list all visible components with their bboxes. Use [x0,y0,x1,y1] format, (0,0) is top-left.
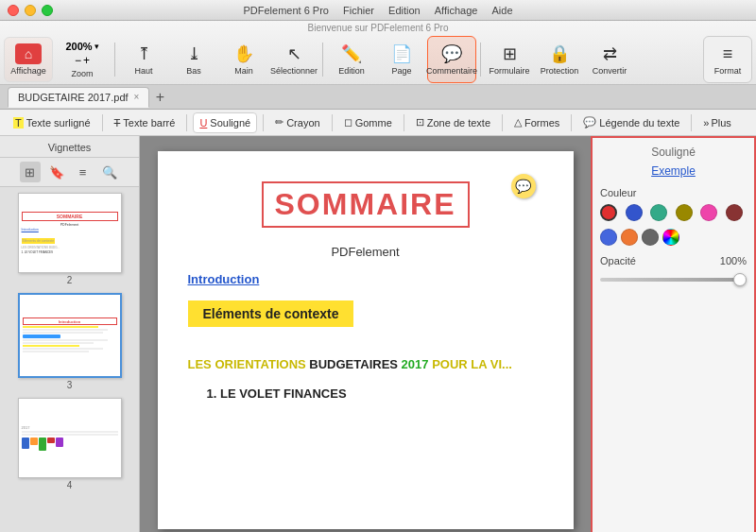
volet-finances-text: 1. LE VOLET FINANCES [207,386,347,401]
formes-button[interactable]: △ Formes [508,112,565,133]
page-3-label: 3 [67,380,73,390]
opacity-value: 100% [720,255,747,266]
commentaire-label: Commentaire [426,66,477,76]
main-button[interactable]: ✋ Main [219,36,268,83]
color-blue[interactable] [626,204,643,221]
legende-label: Légende du texte [599,117,679,129]
zone-texte-label: Zone de texte [427,117,490,129]
format-icon: ≡ [723,44,733,64]
ann-sep-4 [332,114,333,131]
orientations-text: LES ORIENTATIONS BUDGETAIRES 2017 POUR L… [188,357,543,371]
zoom-button[interactable]: 200% ▾ − + Zoom [54,37,111,82]
legende-button[interactable]: 💬 Légende du texte [577,112,685,133]
protection-icon: 🔒 [549,43,570,64]
thumb-view-button[interactable]: ⊞ [20,162,41,182]
chat-bubble[interactable]: 💬 [511,174,536,198]
ann-sep-5 [404,114,404,131]
minimize-button[interactable] [25,5,36,16]
menu-fichier[interactable]: Fichier [337,5,380,16]
thumb-page-3[interactable]: Introduction 3 [18,293,122,390]
selectionner-icon: ↖ [287,43,301,64]
bas-button[interactable]: ⤓ Bas [169,36,218,83]
commentaire-button[interactable]: 💬 Commentaire [427,36,476,83]
separator-2 [322,43,323,77]
elements-contexte-text: Eléments de contexte [188,300,354,327]
commentaire-icon: 💬 [441,43,462,64]
zoom-plus[interactable]: + [83,54,90,67]
page-button[interactable]: 📄 Page [377,36,426,83]
texte-surligne-label: Texte surligné [26,117,91,129]
convertir-label: Convertir [593,66,627,76]
crayon-button[interactable]: ✏ Crayon [269,112,325,133]
sidebar: Vignettes ⊞ 🔖 ≡ 🔍 SOMMAIRE PDFelement In… [0,136,140,532]
menu-affichage[interactable]: Affichage [429,5,484,16]
maximize-button[interactable] [42,5,53,16]
color-teal[interactable] [650,204,667,221]
separator-1 [114,43,115,77]
zoom-value: 200% [65,41,92,52]
selectionner-button[interactable]: ↖ Sélectionner [269,36,318,83]
souligne-button[interactable]: U Souligné [193,112,257,133]
menu-edition[interactable]: Edition [383,5,426,16]
tab-bar: BUDGETAIRE 2017.pdf × + [0,85,756,110]
welcome-text: Bienvenue sur PDFelement 6 Pro [0,21,756,35]
slider-track [600,278,747,282]
sommaire-box: SOMMAIRE [262,181,470,228]
opacity-slider[interactable] [600,272,747,287]
color-pink[interactable] [700,204,717,221]
color-orange[interactable] [621,229,638,246]
color-blue2[interactable] [600,229,617,246]
color-gray[interactable] [642,229,659,246]
introduction-text[interactable]: Introduction [188,272,260,286]
slider-thumb [733,273,747,286]
bookmark-view-button[interactable]: 🔖 [46,162,67,182]
page-icon: 📄 [391,43,412,64]
format-button[interactable]: ≡ Format [703,36,752,83]
pdf-page: 💬 SOMMAIRE PDFelement Introduction Eléme… [158,151,574,529]
affichage-label: Affichage [10,66,45,76]
menu-app[interactable]: PDFelement 6 Pro [237,5,334,16]
protection-button[interactable]: 🔒 Protection [535,36,584,83]
color-rainbow[interactable] [662,229,679,246]
thumb-page-2[interactable]: SOMMAIRE PDFelement Introduction Elément… [18,193,122,285]
zone-texte-button[interactable]: ⊡ Zone de texte [410,112,496,133]
formulaire-button[interactable]: ⊞ Formulaire [485,36,534,83]
color-red[interactable] [600,204,617,221]
gomme-button[interactable]: ◻ Gomme [338,112,398,133]
pdf-tab[interactable]: BUDGETAIRE 2017.pdf × [8,87,149,108]
texte-barre-button[interactable]: T Texte barré [109,112,181,133]
pdfelement-text: PDFelement [188,245,543,259]
texte-surligne-icon: T [13,117,24,129]
example-text[interactable]: Exemple [600,164,747,178]
zoom-minus[interactable]: − [75,54,81,67]
thumb-page-4[interactable]: 2017 4 [18,398,122,490]
zoom-dropdown[interactable]: ▾ [94,42,99,51]
opacity-row: Opacité 100% [600,255,747,266]
tab-close-button[interactable]: × [134,92,140,102]
couleur-label: Couleur [600,187,747,198]
gomme-icon: ◻ [344,116,352,129]
new-tab-button[interactable]: + [151,89,168,106]
souligne-label: Souligné [210,117,250,129]
separator-3 [480,43,481,77]
zone-texte-icon: ⊡ [416,116,424,129]
right-panel: Souligné Exemple Couleur Opacité 100% [591,136,756,532]
ann-sep-7 [571,114,572,131]
edition-button[interactable]: ✏️ Edition [327,36,376,83]
color-olive[interactable] [676,204,693,221]
edition-label: Edition [338,66,365,76]
convertir-button[interactable]: ⇄ Convertir [585,36,634,83]
haut-button[interactable]: ⤒ Haut [119,36,168,83]
search-view-button[interactable]: 🔍 [99,162,120,182]
convertir-icon: ⇄ [603,43,617,64]
sommaire-text: SOMMAIRE [275,187,456,221]
color-dark-red[interactable] [726,204,743,221]
outline-view-button[interactable]: ≡ [73,162,94,182]
affichage-button[interactable]: ⌂ Affichage [4,37,53,82]
page-2-label: 2 [67,275,73,285]
close-button[interactable] [8,5,19,16]
menu-aide[interactable]: Aide [487,5,519,16]
plus-button[interactable]: » Plus [697,115,737,130]
texte-surligne-button[interactable]: T Texte surligné [8,112,96,133]
ann-sep-2 [186,114,187,131]
